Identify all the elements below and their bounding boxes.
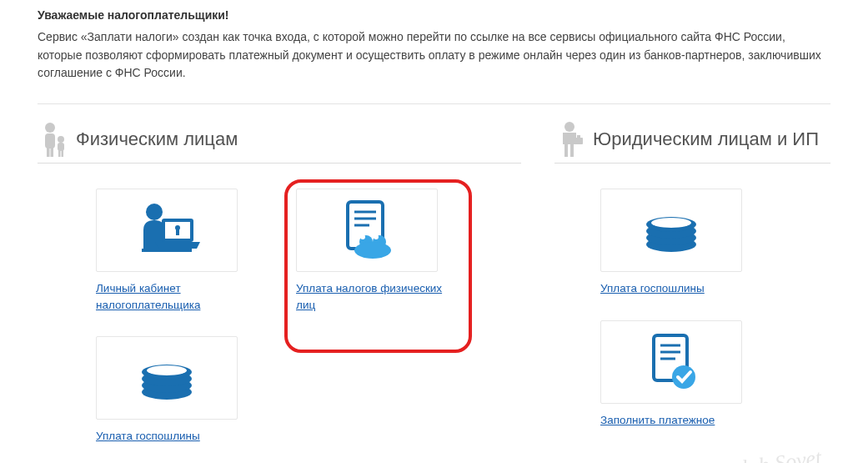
card-fill-payment[interactable]: Заполнить платежное [600, 320, 755, 429]
svg-rect-30 [570, 144, 574, 157]
svg-point-37 [651, 218, 691, 228]
svg-rect-7 [62, 150, 64, 157]
section-legal-title: Юридическим лицам и ИП [593, 129, 819, 149]
svg-rect-29 [564, 144, 568, 157]
pay-individuals-link[interactable]: Уплата налогов физических лиц [296, 280, 450, 313]
svg-point-0 [45, 123, 55, 133]
svg-rect-2 [47, 148, 50, 157]
svg-point-20 [354, 242, 391, 259]
document-check-icon [600, 320, 742, 404]
svg-rect-31 [574, 138, 583, 144]
svg-point-8 [146, 204, 163, 220]
svg-point-21 [360, 234, 365, 239]
coins-icon-2 [600, 189, 742, 272]
divider [38, 103, 830, 104]
svg-rect-3 [51, 148, 54, 157]
svg-rect-5 [58, 143, 64, 151]
svg-point-27 [147, 365, 187, 375]
svg-rect-13 [142, 249, 192, 252]
svg-rect-12 [176, 229, 179, 235]
page-heading: Уважаемые налогоплательщики! [38, 8, 830, 22]
section-legal-head: Юридическим лицам и ИП [554, 121, 830, 164]
svg-rect-1 [45, 133, 55, 148]
briefcase-person-icon [554, 121, 588, 158]
watermark: club Sovet [731, 445, 824, 463]
card-pay-individuals[interactable]: Уплата налогов физических лиц [296, 189, 450, 313]
adult-child-icon [38, 121, 71, 158]
cabinet-icon [96, 189, 238, 272]
coins-icon [96, 336, 238, 420]
duty-2-link[interactable]: Уплата госпошлины [600, 280, 705, 297]
svg-point-22 [374, 234, 379, 239]
svg-point-4 [58, 136, 64, 143]
section-individuals-head: Физическим лицам [38, 121, 521, 164]
cabinet-link[interactable]: Личный кабинет налогоплательщика [96, 280, 250, 313]
svg-point-28 [564, 122, 574, 132]
fill-payment-link[interactable]: Заполнить платежное [600, 412, 715, 429]
pay-individuals-icon [296, 189, 438, 272]
card-duty-2[interactable]: Уплата госпошлины [600, 189, 755, 297]
card-duty-1[interactable]: Уплата госпошлины [96, 336, 250, 445]
intro-text: Сервис «Заплати налоги» создан как точка… [38, 28, 830, 83]
duty-1-link[interactable]: Уплата госпошлины [96, 428, 200, 445]
section-individuals-title: Физическим лицам [76, 129, 238, 149]
svg-rect-32 [577, 135, 580, 138]
svg-rect-6 [58, 150, 61, 157]
card-cabinet[interactable]: Личный кабинет налогоплательщика [96, 189, 250, 313]
